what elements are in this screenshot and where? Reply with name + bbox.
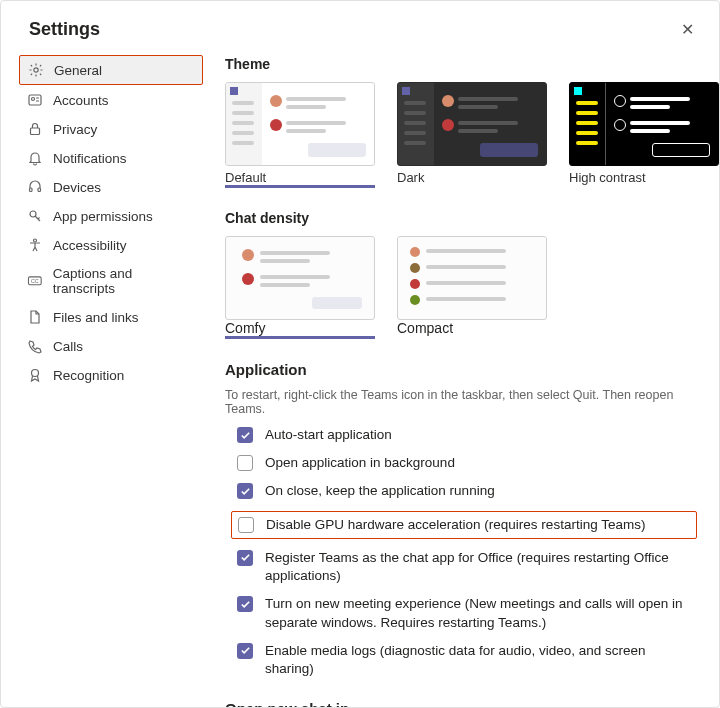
check-label: On close, keep the application running [265, 482, 697, 500]
badge-icon [27, 367, 43, 383]
file-icon [27, 309, 43, 325]
sidebar-item-general[interactable]: General [19, 55, 203, 85]
checkbox-icon [237, 596, 253, 612]
checkbox-icon [237, 550, 253, 566]
check-label: Disable GPU hardware acceleration (requi… [266, 516, 690, 534]
svg-point-10 [32, 370, 39, 377]
settings-sidebar: General Accounts Privacy Notifications D… [19, 50, 207, 708]
density-option-comfy[interactable]: Comfy [225, 236, 375, 339]
close-icon: ✕ [681, 20, 694, 39]
application-section-title: Application [225, 361, 697, 378]
check-register-chat-app[interactable]: Register Teams as the chat app for Offic… [237, 549, 697, 585]
sidebar-item-label: Notifications [53, 151, 127, 166]
sidebar-item-accessibility[interactable]: Accessibility [19, 231, 203, 259]
svg-rect-3 [31, 128, 40, 135]
sidebar-item-label: General [54, 63, 102, 78]
cc-icon: CC [27, 273, 43, 289]
sidebar-item-files[interactable]: Files and links [19, 303, 203, 331]
check-auto-start[interactable]: Auto-start application [237, 426, 697, 444]
density-section-title: Chat density [225, 210, 697, 226]
sidebar-item-label: Recognition [53, 368, 124, 383]
sidebar-item-calls[interactable]: Calls [19, 332, 203, 360]
sidebar-item-label: Accounts [53, 93, 109, 108]
svg-point-2 [32, 98, 35, 101]
check-on-close-keep-running[interactable]: On close, keep the application running [237, 482, 697, 500]
density-label: Compact [397, 320, 547, 336]
check-disable-gpu[interactable]: Disable GPU hardware acceleration (requi… [231, 511, 697, 539]
headset-icon [27, 179, 43, 195]
sidebar-item-label: App permissions [53, 209, 153, 224]
sidebar-item-privacy[interactable]: Privacy [19, 115, 203, 143]
density-option-compact[interactable]: Compact [397, 236, 547, 339]
application-hint: To restart, right-click the Teams icon i… [225, 388, 697, 416]
phone-icon [27, 338, 43, 354]
svg-rect-5 [38, 188, 41, 192]
theme-label: Default [225, 166, 375, 185]
sidebar-item-app-permissions[interactable]: App permissions [19, 202, 203, 230]
checkbox-icon [238, 517, 254, 533]
theme-label: High contrast [569, 166, 719, 185]
svg-rect-1 [29, 95, 41, 105]
sidebar-item-devices[interactable]: Devices [19, 173, 203, 201]
sidebar-item-accounts[interactable]: Accounts [19, 86, 203, 114]
svg-point-0 [34, 68, 38, 72]
key-icon [27, 208, 43, 224]
check-label: Open application in background [265, 454, 697, 472]
open-chat-section-title: Open new chat in [225, 700, 697, 708]
check-label: Register Teams as the chat app for Offic… [265, 549, 697, 585]
accounts-icon [27, 92, 43, 108]
check-new-meeting-experience[interactable]: Turn on new meeting experience (New meet… [237, 595, 697, 631]
svg-rect-4 [30, 188, 33, 192]
sidebar-item-notifications[interactable]: Notifications [19, 144, 203, 172]
sidebar-item-captions[interactable]: CC Captions and transcripts [19, 260, 203, 302]
sidebar-item-label: Files and links [53, 310, 139, 325]
theme-section-title: Theme [225, 56, 697, 72]
sidebar-item-label: Calls [53, 339, 83, 354]
svg-text:CC: CC [31, 278, 39, 284]
checkbox-icon [237, 427, 253, 443]
density-label: Comfy [225, 320, 375, 336]
close-button[interactable]: ✕ [677, 19, 697, 39]
sidebar-item-label: Accessibility [53, 238, 127, 253]
checkbox-icon [237, 455, 253, 471]
sidebar-item-label: Captions and transcripts [53, 266, 195, 296]
svg-point-7 [34, 239, 37, 242]
sidebar-item-label: Privacy [53, 122, 97, 137]
sidebar-item-label: Devices [53, 180, 101, 195]
lock-icon [27, 121, 43, 137]
check-label: Auto-start application [265, 426, 697, 444]
check-open-background[interactable]: Open application in background [237, 454, 697, 472]
gear-icon [28, 62, 44, 78]
theme-option-default[interactable]: Default [225, 82, 375, 188]
accessibility-icon [27, 237, 43, 253]
page-title: Settings [29, 19, 100, 40]
checkbox-icon [237, 483, 253, 499]
theme-option-high-contrast[interactable]: High contrast [569, 82, 719, 188]
theme-label: Dark [397, 166, 547, 185]
checkbox-icon [237, 643, 253, 659]
bell-icon [27, 150, 43, 166]
check-label: Enable media logs (diagnostic data for a… [265, 642, 697, 678]
theme-option-dark[interactable]: Dark [397, 82, 547, 188]
sidebar-item-recognition[interactable]: Recognition [19, 361, 203, 389]
check-label: Turn on new meeting experience (New meet… [265, 595, 697, 631]
check-enable-media-logs[interactable]: Enable media logs (diagnostic data for a… [237, 642, 697, 678]
